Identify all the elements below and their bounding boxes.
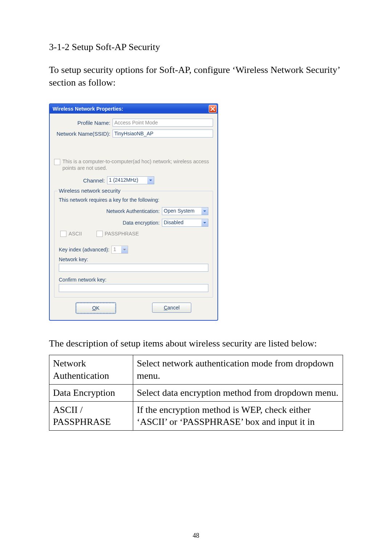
- dialog-titlebar: Wireless Network Properties:: [50, 104, 217, 114]
- confirm-input[interactable]: [59, 284, 208, 292]
- enc-select[interactable]: Disabled: [162, 219, 208, 227]
- spacer: [54, 140, 213, 159]
- keyindex-row: Key index (advanced): 1: [59, 246, 208, 254]
- ok-button[interactable]: OK: [76, 303, 116, 313]
- ssid-input[interactable]: [113, 130, 213, 138]
- keyindex-value: 1: [112, 246, 121, 253]
- adhoc-text: This is a computer-to-computer(ad hoc) n…: [62, 159, 213, 171]
- intro-text: To setup security options for Soft-AP, c…: [49, 63, 343, 89]
- table-cell: Network Authentication: [49, 355, 133, 385]
- channel-value: 1 (2412MHz): [107, 177, 147, 184]
- adhoc-row: This is a computer-to-computer(ad hoc) n…: [54, 159, 213, 171]
- cancel-button[interactable]: Cancel: [152, 303, 191, 313]
- adhoc-checkbox: [54, 159, 60, 165]
- enc-row: Data encryption: Disabled: [59, 219, 208, 227]
- dialog-title: Wireless Network Properties:: [53, 106, 123, 112]
- confirm-label: Confirm network key:: [59, 277, 208, 283]
- keyindex-label: Key index (advanced):: [59, 247, 109, 253]
- netkey-input[interactable]: [59, 264, 208, 272]
- auth-select[interactable]: Open System: [162, 207, 208, 215]
- profile-row: Profile Name:: [54, 119, 213, 127]
- channel-row: Channel: 1 (2412MHz): [54, 176, 213, 184]
- fieldset-legend: Wireless network security: [57, 188, 122, 194]
- ascii-option: ASCII: [60, 230, 82, 237]
- ok-mnemonic: O: [92, 305, 96, 311]
- passphrase-checkbox: [97, 231, 103, 237]
- enc-value: Disabled: [162, 219, 201, 226]
- ascii-label: ASCII: [69, 231, 82, 237]
- enc-label: Data encryption:: [123, 220, 162, 226]
- page: 3-1-2 Setup Soft-AP Security To setup se…: [0, 0, 392, 554]
- close-icon: [211, 107, 215, 111]
- channel-select[interactable]: 1 (2412MHz): [107, 176, 154, 184]
- chevron-down-icon: [121, 246, 128, 253]
- table-cell: Select network authentication mode from …: [133, 355, 343, 385]
- close-button[interactable]: [209, 105, 217, 113]
- auth-row: Network Authentication: Open System: [59, 207, 208, 215]
- page-number: 48: [0, 532, 392, 539]
- profile-input: [113, 119, 213, 127]
- security-fieldset: Wireless network security This network r…: [54, 191, 213, 297]
- chevron-down-icon: [201, 219, 208, 226]
- netkey-label: Network key:: [59, 257, 208, 262]
- cancel-mnemonic: C: [164, 305, 167, 311]
- table-cell: Data Encryption: [49, 384, 133, 401]
- table-cell: If the encryption method is WEP, check e…: [133, 401, 343, 431]
- table-row: Network Authentication Select network au…: [49, 355, 343, 385]
- table-row: ASCII / PASSPHRASE If the encryption met…: [49, 401, 343, 431]
- auth-label: Network Authentication:: [106, 208, 162, 214]
- chevron-down-icon: [147, 177, 154, 184]
- auth-value: Open System: [162, 208, 201, 215]
- ssid-row: Network Name(SSID):: [54, 130, 213, 138]
- ascii-checkbox: [60, 231, 66, 237]
- wireless-properties-dialog: Wireless Network Properties: Profile Nam…: [49, 103, 218, 321]
- passphrase-option: PASSPHRASE: [97, 230, 139, 237]
- dialog-body: Profile Name: Network Name(SSID): This i…: [50, 114, 217, 320]
- chevron-down-icon: [201, 208, 208, 215]
- description-table: Network Authentication Select network au…: [49, 355, 343, 431]
- fieldset-text: This network requires a key for the foll…: [59, 197, 208, 203]
- keyindex-select: 1: [111, 246, 128, 254]
- cancel-rest: ancel: [167, 305, 179, 311]
- button-row: OK Cancel: [54, 303, 213, 313]
- post-text: The description of setup items about wir…: [49, 337, 343, 350]
- ok-rest: K: [96, 305, 99, 311]
- ssid-label: Network Name(SSID):: [54, 131, 113, 137]
- table-cell: ASCII / PASSPHRASE: [49, 401, 133, 431]
- table-cell: Select data encryption method from dropd…: [133, 384, 343, 401]
- key-format-row: ASCII PASSPHRASE: [60, 230, 208, 237]
- profile-label: Profile Name:: [54, 120, 113, 126]
- table-row: Data Encryption Select data encryption m…: [49, 384, 343, 401]
- passphrase-label: PASSPHRASE: [105, 231, 139, 237]
- channel-label: Channel:: [54, 177, 107, 184]
- section-heading: 3-1-2 Setup Soft-AP Security: [49, 42, 343, 53]
